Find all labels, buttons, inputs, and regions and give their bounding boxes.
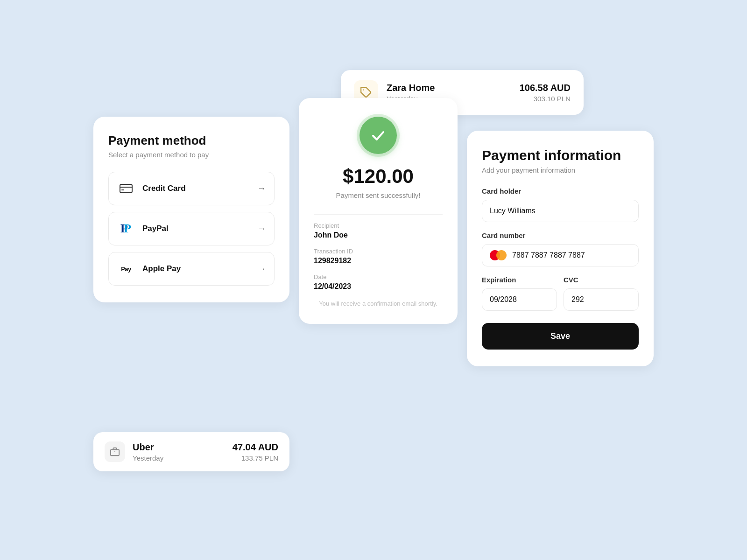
apple-pay-arrow: → xyxy=(257,264,266,274)
zara-amount-secondary: 303.10 PLN xyxy=(520,95,571,103)
credit-card-label: Credit Card xyxy=(142,184,257,193)
svg-rect-1 xyxy=(120,184,132,193)
receipt-date-row: Date 12/04/2023 xyxy=(314,273,443,291)
card-number-label: Card number xyxy=(482,231,639,239)
briefcase-icon xyxy=(110,447,120,457)
expiry-cvc-row: Expiration CVC xyxy=(482,276,639,320)
credit-card-arrow: → xyxy=(257,184,266,194)
uber-name: Uber xyxy=(133,442,225,453)
apple-pay-icon: Pay xyxy=(117,260,135,278)
checkmark-icon xyxy=(369,126,387,144)
payment-method-card: Payment method Select a payment method t… xyxy=(93,117,289,302)
uber-amount-primary: 47.04 AUD xyxy=(233,442,278,453)
receipt-footer: You will receive a confirmation email sh… xyxy=(314,300,443,307)
svg-text:P: P xyxy=(124,222,131,235)
receipt-amount: $120.00 xyxy=(314,165,443,188)
payment-info-subtitle: Add your payment information xyxy=(482,166,639,174)
receipt-recipient-row: Recipient John Doe xyxy=(314,222,443,239)
uber-amount-secondary: 133.75 PLN xyxy=(233,454,278,462)
card-number-value: 7887 7887 7887 7887 xyxy=(512,251,585,259)
save-button[interactable]: Save xyxy=(482,323,639,350)
cvc-label: CVC xyxy=(564,276,639,284)
paypal-arrow: → xyxy=(257,224,266,234)
zara-amounts: 106.58 AUD 303.10 PLN xyxy=(520,83,571,103)
mastercard-icon xyxy=(490,250,507,260)
receipt-card: $120.00 Payment sent successfully! Recip… xyxy=(299,98,458,324)
expiration-field: Expiration xyxy=(482,276,557,320)
apple-pay-label: Apple Pay xyxy=(142,264,257,273)
uber-icon-wrap xyxy=(105,441,125,462)
paypal-option[interactable]: P P PayPal → xyxy=(108,212,275,245)
receipt-divider-1 xyxy=(314,214,443,215)
credit-card-option[interactable]: Credit Card → xyxy=(108,172,275,205)
scene: Zara Home Yesterday 106.58 AUD 303.10 PL… xyxy=(93,70,654,490)
card-holder-input[interactable] xyxy=(482,200,639,222)
payment-method-title: Payment method xyxy=(108,133,275,148)
receipt-success-text: Payment sent successfully! xyxy=(314,191,443,199)
paypal-icon: P P xyxy=(117,220,135,238)
paypal-label: PayPal xyxy=(142,224,257,233)
expiration-label: Expiration xyxy=(482,276,557,284)
receipt-transaction-row: Transaction ID 129829182 xyxy=(314,248,443,265)
payment-info-title: Payment information xyxy=(482,147,639,163)
recipient-value: John Doe xyxy=(314,231,443,239)
transaction-value: 129829182 xyxy=(314,257,443,265)
apple-pay-option[interactable]: Pay Apple Pay → xyxy=(108,252,275,286)
tag-icon xyxy=(360,86,372,98)
date-label: Date xyxy=(314,273,443,280)
credit-card-icon xyxy=(117,180,135,197)
uber-amounts: 47.04 AUD 133.75 PLN xyxy=(233,442,278,462)
success-icon xyxy=(359,117,397,154)
payment-method-subtitle: Select a payment method to pay xyxy=(108,151,275,159)
cvc-field: CVC xyxy=(564,276,639,320)
zara-name: Zara Home xyxy=(387,83,511,93)
uber-info: Uber Yesterday xyxy=(133,442,225,462)
card-number-wrap: 7887 7887 7887 7887 xyxy=(482,244,639,266)
expiration-input[interactable] xyxy=(482,288,557,311)
zara-amount-primary: 106.58 AUD xyxy=(520,83,571,93)
transaction-label: Transaction ID xyxy=(314,248,443,255)
card-holder-label: Card holder xyxy=(482,187,639,195)
recipient-label: Recipient xyxy=(314,222,443,229)
payment-info-card: Payment information Add your payment inf… xyxy=(467,131,654,366)
svg-rect-6 xyxy=(111,449,119,455)
uber-date: Yesterday xyxy=(133,454,225,462)
uber-transaction-card: Uber Yesterday 47.04 AUD 133.75 PLN xyxy=(93,432,289,471)
cvc-input[interactable] xyxy=(564,288,639,311)
date-value: 12/04/2023 xyxy=(314,282,443,291)
